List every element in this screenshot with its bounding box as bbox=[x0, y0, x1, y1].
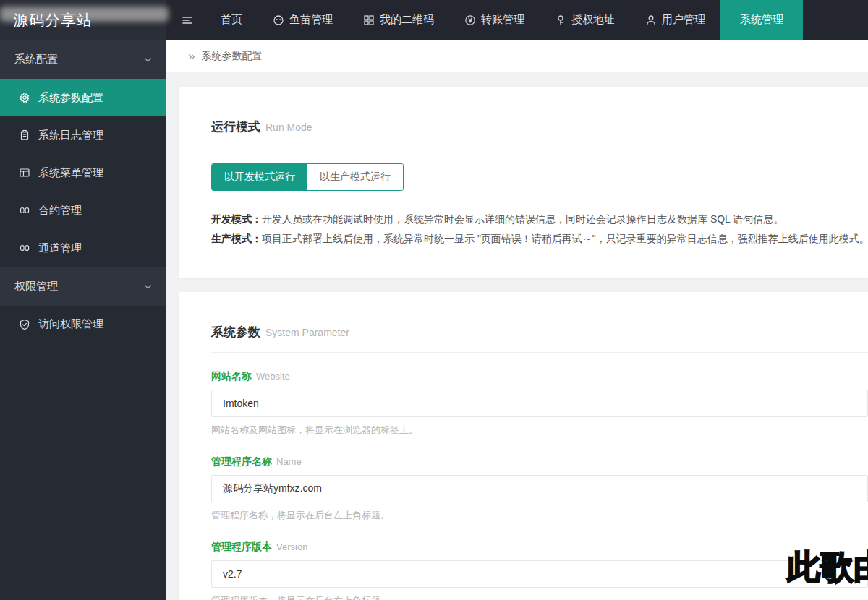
prod-mode-description: 生产模式：项目正式部署上线后使用，系统异常时统一显示 "页面错误！请稍后再试～"… bbox=[211, 229, 868, 249]
dev-mode-description-label: 开发模式： bbox=[211, 213, 262, 225]
nav-item-label: 用户管理 bbox=[662, 13, 705, 27]
card-title-zh: 运行模式 bbox=[211, 120, 260, 134]
run-mode-card-title: 运行模式Run Mode bbox=[211, 119, 868, 135]
field-label-en: Name bbox=[276, 456, 302, 467]
menu-collapse-button[interactable] bbox=[166, 0, 205, 40]
chevron-down-icon bbox=[142, 54, 153, 65]
nav-item-transfer-management[interactable]: 转账管理 bbox=[449, 0, 540, 40]
admin-name-label: 管理程序名称Name bbox=[211, 455, 868, 468]
dev-mode-description-text: 开发人员或在功能调试时使用，系统异常时会显示详细的错误信息，同时还会记录操作日志… bbox=[262, 213, 783, 225]
top-nav: 首页 鱼苗管理 我的二维码 转账管理 bbox=[166, 0, 868, 40]
sidebar-item-system-params[interactable]: 系统参数配置 bbox=[0, 79, 166, 116]
sidebar-item-contract-management[interactable]: 合约管理 bbox=[0, 192, 166, 229]
sidebar-item-label: 系统参数配置 bbox=[38, 91, 103, 105]
clipboard-icon bbox=[19, 129, 30, 141]
card-title-zh: 系统参数 bbox=[211, 325, 260, 339]
nav-item-label: 首页 bbox=[221, 13, 242, 27]
breadcrumb-chevrons-icon: » bbox=[188, 50, 195, 62]
sidebar-item-access-permission[interactable]: 访问权限管理 bbox=[0, 306, 166, 343]
nav-item-user-management[interactable]: 用户管理 bbox=[630, 0, 720, 40]
admin-name-helper: 管理程序名称，将显示在后台左上角标题。 bbox=[211, 509, 868, 522]
field-label-zh: 管理程序版本 bbox=[211, 541, 272, 552]
website-name-label: 网站名称Website bbox=[211, 370, 868, 383]
nav-item-my-qrcode[interactable]: 我的二维码 bbox=[348, 0, 449, 40]
hamburger-icon bbox=[181, 14, 194, 26]
run-mode-descriptions: 开发模式：开发人员或在功能调试时使用，系统异常时会显示详细的错误信息，同时还会记… bbox=[211, 210, 868, 249]
user-icon bbox=[645, 14, 657, 26]
main-content: » 系统参数配置 运行模式Run Mode 以开发模式运行 以生产模式运行 开发… bbox=[166, 40, 868, 600]
admin-name-input[interactable] bbox=[211, 475, 868, 502]
nav-item-label: 授权地址 bbox=[571, 13, 615, 27]
breadcrumb-current: 系统参数配置 bbox=[201, 50, 262, 63]
nav-item-home[interactable]: 首页 bbox=[205, 0, 258, 40]
nav-item-label: 转账管理 bbox=[481, 13, 524, 27]
website-name-helper: 网站名称及网站图标，将显示在浏览器的标签上。 bbox=[211, 424, 868, 437]
shield-check-icon bbox=[19, 319, 30, 330]
sidebar-group-system-config[interactable]: 系统配置 bbox=[0, 40, 166, 79]
dev-mode-description: 开发模式：开发人员或在功能调试时使用，系统异常时会显示详细的错误信息，同时还会记… bbox=[211, 210, 868, 229]
nav-item-label: 我的二维码 bbox=[380, 13, 434, 27]
sidebar-item-label: 通道管理 bbox=[38, 241, 82, 255]
yen-circle-icon bbox=[464, 14, 476, 26]
sidebar-item-channel-management[interactable]: 通道管理 bbox=[0, 229, 166, 267]
app-logo: 源码分享站 bbox=[13, 10, 93, 30]
nav-item-label: 鱼苗管理 bbox=[289, 13, 333, 27]
sidebar-item-system-menus[interactable]: 系统菜单管理 bbox=[0, 154, 166, 192]
system-params-card-title: 系统参数System Parameter bbox=[211, 324, 868, 340]
sidebar: 系统配置 系统参数配置 系统日志管理 系统菜单管理 bbox=[0, 40, 166, 600]
sidebar-item-label: 访问权限管理 bbox=[38, 317, 103, 331]
system-params-card: 系统参数System Parameter 网站名称Website 网站名称及网站… bbox=[179, 292, 868, 600]
card-divider bbox=[211, 352, 868, 353]
admin-name-field: 管理程序名称Name 管理程序名称，将显示在后台左上角标题。 bbox=[211, 455, 868, 522]
field-label-en: Version bbox=[276, 541, 307, 552]
card-title-en: System Parameter bbox=[265, 327, 349, 338]
nav-item-label: 系统管理 bbox=[740, 13, 783, 27]
admin-version-helper: 管理程序版本，将显示在后台左上角标题。 bbox=[211, 594, 868, 600]
nav-item-authorized-address[interactable]: 授权地址 bbox=[540, 0, 630, 40]
breadcrumb: » 系统参数配置 bbox=[166, 40, 868, 72]
sidebar-group-label: 权限管理 bbox=[14, 280, 58, 293]
prod-mode-description-label: 生产模式： bbox=[211, 233, 262, 244]
logo-area: 源码分享站 bbox=[0, 0, 166, 40]
prod-mode-button[interactable]: 以生产模式运行 bbox=[307, 164, 403, 190]
sidebar-item-system-logs[interactable]: 系统日志管理 bbox=[0, 116, 166, 154]
topbar: 源码分享站 首页 鱼苗管理 bbox=[0, 0, 868, 40]
video-subtitle-watermark: 此歌由 bbox=[787, 545, 868, 590]
sidebar-group-label: 系统配置 bbox=[14, 53, 58, 67]
prod-mode-description-text: 项目正式部署上线后使用，系统异常时统一显示 "页面错误！请稍后再试～"，只记录重… bbox=[262, 233, 868, 244]
double-zero-icon bbox=[19, 205, 30, 216]
chevron-down-icon bbox=[142, 281, 153, 292]
gear-icon bbox=[19, 92, 30, 103]
field-label-en: Website bbox=[256, 371, 290, 382]
nav-item-system-management[interactable]: 系统管理 bbox=[720, 0, 803, 40]
fish-face-icon bbox=[273, 14, 284, 26]
sidebar-item-label: 系统日志管理 bbox=[38, 129, 103, 142]
admin-version-label: 管理程序版本Version bbox=[211, 541, 868, 554]
field-label-zh: 网站名称 bbox=[211, 370, 252, 382]
field-label-zh: 管理程序名称 bbox=[211, 455, 272, 467]
sidebar-item-label: 合约管理 bbox=[38, 204, 82, 218]
run-mode-card: 运行模式Run Mode 以开发模式运行 以生产模式运行 开发模式：开发人员或在… bbox=[179, 87, 868, 278]
key-icon bbox=[555, 14, 566, 26]
qrcode-icon bbox=[363, 14, 375, 26]
sidebar-item-label: 系统菜单管理 bbox=[38, 166, 103, 180]
website-name-field: 网站名称Website 网站名称及网站图标，将显示在浏览器的标签上。 bbox=[211, 370, 868, 437]
run-mode-toggle-group: 以开发模式运行 以生产模式运行 bbox=[211, 163, 404, 191]
admin-version-input[interactable] bbox=[211, 560, 868, 588]
window-menu-icon bbox=[19, 167, 30, 179]
card-title-en: Run Mode bbox=[265, 121, 312, 133]
nav-item-fry-management[interactable]: 鱼苗管理 bbox=[258, 0, 348, 40]
sidebar-group-permission[interactable]: 权限管理 bbox=[0, 267, 166, 306]
website-name-input[interactable] bbox=[211, 390, 868, 417]
admin-version-field: 管理程序版本Version 管理程序版本，将显示在后台左上角标题。 bbox=[211, 541, 868, 600]
double-zero-icon bbox=[19, 242, 30, 254]
card-divider bbox=[211, 147, 868, 147]
dev-mode-button[interactable]: 以开发模式运行 bbox=[212, 164, 307, 190]
